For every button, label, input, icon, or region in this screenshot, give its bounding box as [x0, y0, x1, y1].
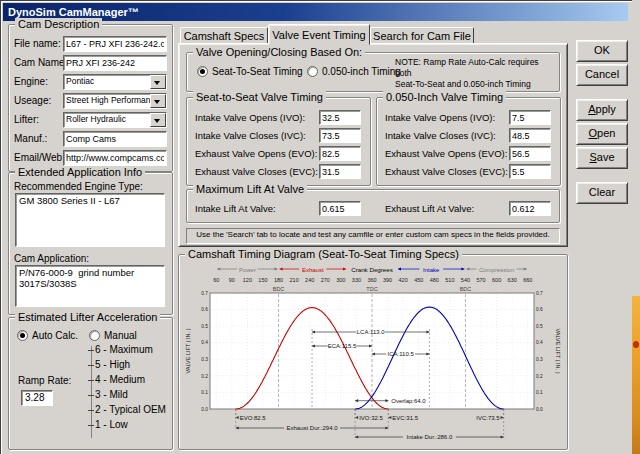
save-button[interactable]: Save: [576, 147, 628, 169]
svg-text:0.1: 0.1: [536, 390, 543, 395]
intake-lift-input[interactable]: [319, 201, 361, 216]
inch-evo-input[interactable]: [509, 146, 551, 161]
manual-radio[interactable]: [89, 330, 100, 341]
svg-text:Intake Dur.:286.0: Intake Dur.:286.0: [407, 434, 453, 440]
seat-evo-input[interactable]: [319, 146, 361, 161]
manual-radio-label: Manual: [104, 330, 137, 341]
ramp-rate-label: Ramp Rate:: [18, 375, 71, 386]
seat-evc-input[interactable]: [319, 164, 361, 179]
cam-description-group: Cam Description File name: Cam Name: Eng…: [8, 24, 173, 172]
engine-select-value: Pontiac: [66, 76, 151, 86]
search-hint-text: Use the 'Search' tab to locate and test …: [186, 228, 560, 244]
engine-type-textarea[interactable]: GM 3800 Series II - L67: [15, 193, 165, 247]
usage-label: Useage:: [14, 95, 51, 106]
seat-ivc-input[interactable]: [319, 128, 361, 143]
cancel-button[interactable]: Cancel: [576, 64, 628, 86]
svg-text:Exhaust: Exhaust: [302, 267, 324, 273]
cam-application-textarea[interactable]: P/N76-000-9 grind number 3017S/3038S: [15, 265, 165, 307]
based-on-group: Valve Opening/Closing Based On: Seat-To-…: [186, 52, 560, 92]
svg-text:Compression: Compression: [479, 267, 514, 273]
seat-to-seat-radio-label: Seat-To-Seat Timing: [212, 66, 303, 77]
inch-ivc-label: Intake Valve Closes (IVC):: [385, 130, 496, 141]
max-lift-group: Maximum Lift At Valve Intake Lift At Val…: [186, 189, 560, 223]
inch-ivc-input[interactable]: [509, 128, 551, 143]
extended-info-group: Extended Application Info Recommended En…: [8, 172, 173, 315]
usage-select-value: Street High Performance: [66, 95, 151, 105]
auto-calc-radio[interactable]: [17, 330, 28, 341]
engine-type-label: Recommended Engine Type:: [14, 181, 143, 192]
svg-text:0.6: 0.6: [536, 307, 543, 312]
file-name-input[interactable]: [63, 36, 167, 52]
accel-scale-item-3: 3 - Mild: [95, 389, 128, 400]
engine-select[interactable]: Pontiac: [63, 74, 167, 90]
svg-text:VALVE LIFT ( IN. ): VALVE LIFT ( IN. ): [555, 329, 561, 374]
tab-search-for-cam-file[interactable]: Search for Cam File: [370, 27, 474, 44]
inch-ivo-input[interactable]: [509, 110, 551, 125]
svg-text:0.1: 0.1: [201, 390, 208, 395]
seat-evo-label: Exhaust Valve Opens (EVO):: [195, 148, 317, 159]
svg-text:390: 390: [383, 277, 392, 283]
svg-text:0.0: 0.0: [536, 407, 543, 412]
ok-button[interactable]: OK: [576, 40, 628, 62]
accel-scale-item-4: 4 - Medium: [95, 374, 145, 385]
seat-to-seat-radio[interactable]: [197, 66, 208, 77]
chevron-down-icon[interactable]: [150, 113, 166, 127]
background-window-orange: [632, 296, 640, 454]
lifter-select[interactable]: Roller Hydraulic: [63, 112, 167, 128]
inch-evo-label: Exhaust Valve Opens (EVO):: [385, 148, 507, 159]
svg-text:600: 600: [492, 277, 501, 283]
svg-text:120: 120: [243, 277, 252, 283]
svg-text:330: 330: [352, 277, 361, 283]
svg-text:210: 210: [290, 277, 299, 283]
apply-button[interactable]: Apply: [576, 99, 628, 121]
cam-name-input[interactable]: [63, 55, 167, 71]
cam-application-label: Cam Application:: [14, 253, 89, 264]
svg-text:0.5: 0.5: [201, 324, 208, 329]
svg-text:0.2: 0.2: [536, 374, 543, 379]
open-button[interactable]: Open: [576, 123, 628, 145]
chevron-down-icon[interactable]: [150, 75, 166, 89]
email-web-input[interactable]: [63, 150, 167, 166]
usage-select[interactable]: Street High Performance: [63, 93, 167, 109]
based-on-title: Valve Opening/Closing Based On:: [193, 46, 365, 58]
seat-ivc-label: Intake Valve Closes (IVC):: [195, 130, 306, 141]
svg-text:BDC: BDC: [273, 286, 285, 292]
lifter-select-value: Roller Hydraulic: [66, 114, 151, 124]
seat-ivo-input[interactable]: [319, 110, 361, 125]
svg-text:VALVE LIFT ( IN. ): VALVE LIFT ( IN. ): [185, 328, 191, 373]
accel-scale-item-2: 2 - Typical OEM: [95, 404, 166, 415]
svg-text:ECA:115.5: ECA:115.5: [328, 343, 357, 349]
tab-camshaft-specs[interactable]: Camshaft Specs: [180, 27, 268, 44]
svg-text:180: 180: [274, 277, 283, 283]
manufacturer-input[interactable]: [63, 131, 167, 147]
svg-text:90: 90: [229, 277, 235, 283]
svg-text:IVC:73.5: IVC:73.5: [476, 415, 500, 421]
timing-diagram-title: Camshaft Timing Diagram (Seat-To-Seat Ti…: [185, 248, 462, 260]
inch-timing-radio[interactable]: [307, 66, 318, 77]
max-lift-title: Maximum Lift At Valve: [193, 183, 307, 195]
svg-text:0.3: 0.3: [536, 357, 543, 362]
svg-text:660: 660: [523, 277, 532, 283]
clear-button[interactable]: Clear: [576, 182, 628, 204]
seat-timing-group: Seat-to-Seat Valve Timing Intake Valve O…: [186, 97, 371, 186]
svg-text:IVO:32.5: IVO:32.5: [359, 415, 383, 421]
auto-calc-radio-label: Auto Calc.: [32, 330, 78, 341]
svg-text:Power: Power: [239, 267, 256, 273]
manufacturer-label: Manuf.:: [14, 133, 47, 144]
svg-text:EVC:31.5: EVC:31.5: [392, 415, 418, 421]
svg-text:0.4: 0.4: [536, 340, 543, 345]
svg-text:0.6: 0.6: [201, 307, 208, 312]
exhaust-lift-input[interactable]: [509, 201, 551, 216]
svg-text:300: 300: [336, 277, 345, 283]
extended-info-title: Extended Application Info: [15, 166, 145, 178]
svg-text:0.3: 0.3: [201, 357, 208, 362]
app-screen: DynoSim CamManager™ Cam Description File…: [0, 0, 640, 454]
accel-scale-item-5: 5 - High: [95, 359, 130, 370]
inch-evc-input[interactable]: [509, 164, 551, 179]
intake-lift-label: Intake Lift At Valve:: [195, 203, 276, 214]
svg-text:480: 480: [430, 277, 439, 283]
seat-evc-label: Exhaust Valve Closes (EVC):: [195, 166, 318, 177]
tab-valve-event-timing[interactable]: Valve Event Timing: [268, 24, 370, 45]
svg-text:630: 630: [508, 277, 517, 283]
chevron-down-icon[interactable]: [150, 94, 166, 108]
